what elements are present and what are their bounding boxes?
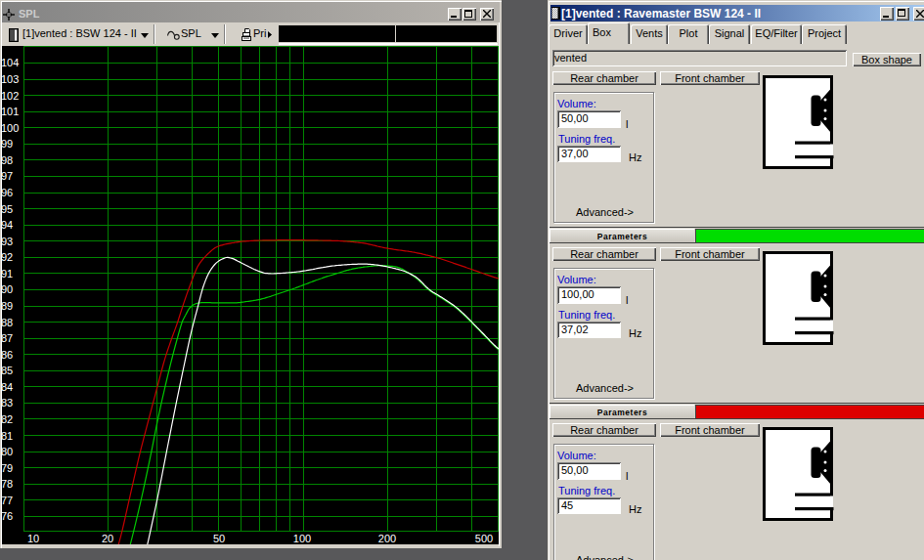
svg-text:89: 89 xyxy=(2,300,13,312)
svg-text:80: 80 xyxy=(2,446,13,457)
svg-text:97: 97 xyxy=(2,170,13,182)
svg-text:20: 20 xyxy=(102,533,113,544)
svg-text:101: 101 xyxy=(2,106,19,117)
svg-text:81: 81 xyxy=(2,430,13,442)
svg-text:79: 79 xyxy=(2,462,13,474)
svg-text:10: 10 xyxy=(27,533,39,544)
svg-text:90: 90 xyxy=(2,283,13,295)
svg-text:93: 93 xyxy=(2,236,13,247)
svg-text:96: 96 xyxy=(2,187,13,198)
svg-text:200: 200 xyxy=(378,533,396,544)
svg-text:91: 91 xyxy=(2,268,13,280)
svg-text:102: 102 xyxy=(2,90,19,102)
svg-text:92: 92 xyxy=(2,251,13,263)
svg-text:500: 500 xyxy=(475,533,493,544)
svg-text:86: 86 xyxy=(2,349,13,361)
svg-text:84: 84 xyxy=(2,381,13,393)
svg-text:95: 95 xyxy=(2,203,13,215)
svg-text:83: 83 xyxy=(2,397,13,409)
svg-text:82: 82 xyxy=(2,413,13,425)
svg-text:100: 100 xyxy=(293,533,311,544)
svg-text:76: 76 xyxy=(2,510,13,522)
svg-text:99: 99 xyxy=(2,138,13,150)
svg-text:87: 87 xyxy=(2,332,13,344)
svg-text:100: 100 xyxy=(2,122,19,134)
svg-text:103: 103 xyxy=(2,73,19,85)
svg-text:94: 94 xyxy=(2,219,13,231)
svg-text:98: 98 xyxy=(2,154,13,166)
svg-text:88: 88 xyxy=(2,317,13,328)
svg-text:77: 77 xyxy=(2,495,13,506)
svg-text:104: 104 xyxy=(2,57,19,68)
svg-text:85: 85 xyxy=(2,365,13,376)
svg-text:78: 78 xyxy=(2,478,13,490)
svg-text:50: 50 xyxy=(213,533,225,544)
